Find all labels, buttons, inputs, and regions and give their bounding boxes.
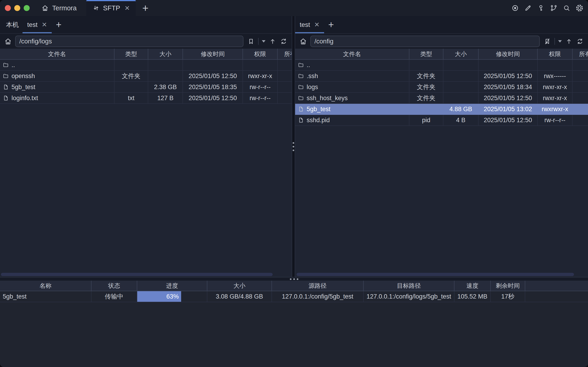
- horizontal-scrollbar[interactable]: [1, 273, 273, 276]
- table-row[interactable]: loginfo.txt txt 127 B 2025/01/05 12:50 r…: [0, 93, 292, 104]
- left-add-tab-button[interactable]: +: [56, 19, 62, 30]
- transfer-arrows-icon: [92, 4, 100, 12]
- col-progress[interactable]: 进度: [137, 281, 207, 291]
- zoom-window-button[interactable]: [24, 5, 30, 11]
- panel-splitter[interactable]: [292, 16, 295, 277]
- close-window-button[interactable]: [5, 5, 11, 11]
- left-path-input[interactable]: [15, 36, 243, 47]
- col-filename[interactable]: 文件名: [0, 49, 114, 59]
- edit-pencil-icon[interactable]: [524, 4, 532, 12]
- sftp-tab-label: SFTP: [103, 4, 120, 12]
- left-path-actions: [247, 37, 288, 45]
- progress-bar: 63%: [137, 291, 207, 302]
- titlebar-actions: [511, 0, 588, 16]
- table-row[interactable]: sshd.pid pid 4 B 2025/01/05 12:50 rw-r--…: [295, 115, 588, 126]
- col-filename[interactable]: 文件名: [295, 49, 409, 59]
- refresh-icon[interactable]: [576, 37, 584, 45]
- right-table-header: 文件名 类型 大小 修改时间 权限 所有者: [295, 49, 588, 60]
- left-file-table: 文件名 类型 大小 修改时间 权限 所有者 .. openssh: [0, 49, 292, 277]
- col-remaining[interactable]: 剩余时间: [491, 281, 525, 291]
- col-size[interactable]: 大小: [207, 281, 272, 291]
- record-icon[interactable]: [511, 4, 519, 12]
- table-row[interactable]: ..: [0, 60, 292, 71]
- col-speed[interactable]: 速度: [454, 281, 491, 291]
- table-row[interactable]: logs 文件夹 2025/01/05 18:34 rwxr-xr-x: [295, 82, 588, 93]
- key-icon[interactable]: [537, 4, 545, 12]
- table-row[interactable]: .ssh 文件夹 2025/01/05 12:50 rwx------: [295, 71, 588, 82]
- up-directory-icon[interactable]: [269, 37, 277, 45]
- col-owner[interactable]: 所有者: [573, 49, 588, 59]
- right-add-tab-button[interactable]: +: [328, 19, 334, 30]
- search-icon[interactable]: [563, 4, 571, 12]
- sftp-panels: 本机 test ✕ +: [0, 16, 588, 277]
- close-right-tab-icon[interactable]: ✕: [314, 21, 320, 28]
- close-left-tab-icon[interactable]: ✕: [42, 21, 47, 28]
- col-mtime[interactable]: 修改时间: [183, 49, 243, 59]
- divider: [258, 38, 259, 45]
- tab-termora-home[interactable]: Termora: [34, 0, 86, 16]
- col-owner[interactable]: 所有者: [278, 49, 292, 59]
- chevron-down-icon[interactable]: [558, 40, 562, 42]
- col-status[interactable]: 状态: [92, 281, 137, 291]
- home-icon[interactable]: [299, 37, 307, 45]
- col-target[interactable]: 目标路径: [364, 281, 454, 291]
- bookmark-icon[interactable]: [247, 37, 255, 45]
- close-sftp-tab-icon[interactable]: ✕: [124, 4, 130, 12]
- col-name[interactable]: 名称: [0, 281, 92, 291]
- home-icon: [41, 4, 49, 12]
- right-panel-tabs: test ✕ +: [295, 16, 588, 33]
- minimize-window-button[interactable]: [14, 5, 20, 11]
- col-size[interactable]: 大小: [148, 49, 183, 59]
- traffic-lights: [0, 0, 34, 16]
- refresh-icon[interactable]: [280, 37, 288, 45]
- right-tab-test[interactable]: test ✕: [295, 16, 324, 33]
- transfer-panel: 名称 状态 进度 大小 源路径 目标路径 速度 剩余时间 5gb_test 传输…: [0, 281, 588, 367]
- table-row-selected[interactable]: 5gb_test 4.88 GB 2025/01/05 13:02 rwxrwx…: [295, 104, 588, 115]
- left-tab-test[interactable]: test ✕: [23, 16, 52, 33]
- titlebar: Termora SFTP ✕ +: [0, 0, 588, 16]
- folder-icon: [298, 95, 304, 101]
- horizontal-scrollbar[interactable]: [297, 273, 574, 276]
- col-empty: [525, 281, 588, 291]
- settings-gear-icon[interactable]: [576, 4, 583, 12]
- bookmark-slash-icon[interactable]: [543, 37, 551, 45]
- table-row[interactable]: ..: [295, 60, 588, 71]
- transfer-table-header: 名称 状态 进度 大小 源路径 目标路径 速度 剩余时间: [0, 281, 588, 291]
- home-icon[interactable]: [4, 37, 12, 45]
- left-pathbar: [0, 33, 292, 49]
- new-tab-button[interactable]: +: [136, 0, 155, 16]
- right-path-actions: [543, 37, 584, 45]
- col-source[interactable]: 源路径: [272, 281, 364, 291]
- remote-panel: test ✕ +: [295, 16, 588, 277]
- col-type[interactable]: 类型: [114, 49, 148, 59]
- app-tab-label: Termora: [52, 4, 77, 12]
- right-file-table: 文件名 类型 大小 修改时间 权限 所有者 .. .ssh: [295, 49, 588, 277]
- branch-icon[interactable]: [550, 4, 558, 12]
- transfer-row[interactable]: 5gb_test 传输中 63% 3.08 GB/4.88 GB 127.0.0…: [0, 291, 588, 302]
- table-row[interactable]: ssh_host_keys 文件夹 2025/01/05 12:50 rwxr-…: [295, 93, 588, 104]
- right-pathbar: [295, 33, 588, 49]
- transfer-splitter[interactable]: [0, 277, 588, 281]
- right-active-tab-underline: [295, 32, 324, 33]
- table-row[interactable]: 5gb_test 2.38 GB 2025/01/05 18:35 rw-r--…: [0, 82, 292, 93]
- chevron-down-icon[interactable]: [262, 40, 265, 42]
- file-icon: [298, 117, 304, 123]
- folder-icon: [298, 62, 304, 68]
- folder-icon: [3, 73, 9, 79]
- col-perm[interactable]: 权限: [538, 49, 573, 59]
- col-mtime[interactable]: 修改时间: [478, 49, 538, 59]
- up-directory-icon[interactable]: [565, 37, 573, 45]
- left-table-header: 文件名 类型 大小 修改时间 权限 所有者: [0, 49, 292, 60]
- right-path-input[interactable]: [310, 36, 540, 47]
- col-perm[interactable]: 权限: [243, 49, 278, 59]
- status-badge: 传输中: [92, 291, 137, 302]
- folder-icon: [3, 62, 9, 68]
- file-icon: [298, 106, 304, 112]
- col-type[interactable]: 类型: [409, 49, 443, 59]
- left-panel-tabs: 本机 test ✕ +: [0, 16, 292, 33]
- table-row[interactable]: openssh 文件夹 2025/01/05 12:50 rwxr-xr-x: [0, 71, 292, 82]
- left-tab-local[interactable]: 本机: [2, 16, 23, 33]
- divider: [554, 38, 555, 45]
- col-size[interactable]: 大小: [443, 49, 478, 59]
- tab-sftp-active[interactable]: SFTP ✕: [86, 0, 136, 16]
